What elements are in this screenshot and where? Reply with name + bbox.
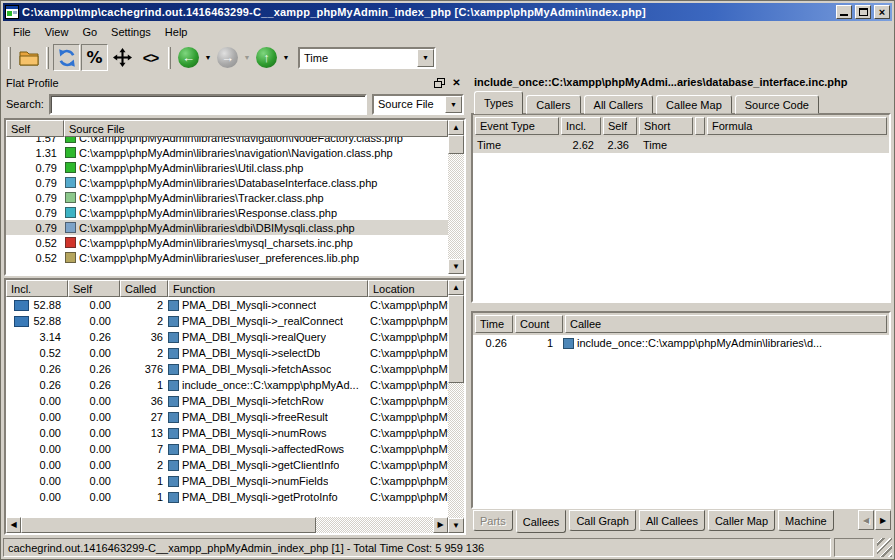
flat-profile-dock: Flat Profile ✕ Search: Source File ▼ [3,74,467,535]
tab-scroll-right-button[interactable]: ▶ [875,510,891,530]
scroll-down-button[interactable]: ▼ [448,259,464,274]
list-item[interactable]: 1.57 C:\xampp\phpMyAdmin\libraries\navig… [6,137,448,145]
back-button[interactable]: ← [175,44,202,71]
callee-row[interactable]: 0.26 1 include_once::C:\xampp\phpMyAdmin… [473,335,889,351]
tab-machine-code[interactable]: Machine [778,510,834,531]
column-header-incl[interactable]: Incl. [6,280,68,297]
table-row[interactable]: 0.00 0.00 7 PMA_DBI_Mysqli->affectedRows… [6,441,448,457]
scrollbar-thumb[interactable] [448,295,464,383]
column-header-event-type[interactable]: Event Type [475,117,559,135]
tab-types[interactable]: Types [474,91,523,114]
scroll-right-button[interactable]: ▶ [433,517,448,533]
forward-button[interactable]: → [214,44,241,71]
table-row[interactable]: 0.00 0.00 36 PMA_DBI_Mysqli->fetchRow C:… [6,393,448,409]
combobox-dropdown-button[interactable]: ▼ [417,49,434,67]
column-header-self[interactable]: Self [6,120,64,137]
tab-all-callees[interactable]: All Callees [639,510,705,531]
column-header-short[interactable]: Short [639,117,693,135]
table-row[interactable]: 0.00 0.00 27 PMA_DBI_Mysqli->freeResult … [6,409,448,425]
tab-callees[interactable]: Callees [516,510,567,533]
search-input[interactable] [49,94,367,115]
tab-call-graph[interactable]: Call Graph [569,510,636,531]
column-header-count[interactable]: Count [515,315,563,333]
scrollbar-thumb[interactable] [21,517,316,533]
close-button[interactable]: × [874,5,890,19]
table-row[interactable]: 0.26 0.26 1 include_once::C:\xampp\phpMy… [6,377,448,393]
menu-help[interactable]: Help [158,23,195,41]
list-item[interactable]: 0.79 C:\xampp\phpMyAdmin\libraries\dbi\D… [6,220,448,235]
list-item[interactable]: 0.79 C:\xampp\phpMyAdmin\libraries\Util.… [6,160,448,175]
back-dropdown-caret[interactable]: ▼ [203,47,213,68]
percent-toggle-button[interactable]: % [81,44,108,71]
column-header-self[interactable]: Self [68,280,120,297]
vertical-scrollbar[interactable]: ▲ ▼ [448,120,464,274]
scrollbar-track[interactable] [448,383,464,518]
menu-go[interactable]: Go [75,23,104,41]
minimize-button[interactable] [836,5,852,19]
event-type-row[interactable]: Time 2.62 2.36 Time [473,137,889,153]
column-header-function[interactable]: Function [168,280,368,297]
table-row[interactable]: 0.26 0.26 376 PMA_DBI_Mysqli->fetchAssoc… [6,361,448,377]
toolbar-handle[interactable] [8,47,11,69]
toolbar-handle[interactable] [46,47,49,69]
table-row[interactable]: 3.14 0.26 36 PMA_DBI_Mysqli->realQuery C… [6,329,448,345]
list-item[interactable]: 0.52 C:\xampp\phpMyAdmin\libraries\mysql… [6,235,448,250]
event-type-combobox[interactable]: Time ▼ [298,47,436,69]
resize-grip[interactable] [877,538,892,557]
combobox-dropdown-button[interactable]: ▼ [445,96,462,113]
window-title: C:\xampp\tmp\cachegrind.out.1416463299-C… [22,6,833,18]
toolbar-handle[interactable] [168,47,171,69]
expand-areas-button[interactable] [109,44,136,71]
table-row[interactable]: 52.88 0.00 2 PMA_DBI_Mysqli->connect C:\… [6,297,448,313]
reload-button[interactable] [53,44,80,71]
group-by-combobox[interactable]: Source File ▼ [372,94,464,115]
chevron-down-icon: ▼ [450,101,457,108]
scroll-up-button[interactable]: ▲ [448,120,464,135]
column-header-source-file[interactable]: Source File [64,120,448,137]
close-dock-button[interactable]: ✕ [449,76,464,89]
column-header-called[interactable]: Called [120,280,168,297]
up-dropdown-caret[interactable]: ▼ [281,47,291,68]
list-item[interactable]: 1.31 C:\xampp\phpMyAdmin\libraries\navig… [6,145,448,160]
column-header-self[interactable]: Self [603,117,637,135]
table-row[interactable]: 0.00 0.00 13 PMA_DBI_Mysqli->numRows C:\… [6,425,448,441]
vertical-scrollbar[interactable]: ▲ ▼ [448,280,464,533]
table-row[interactable]: 52.88 0.00 2 PMA_DBI_Mysqli->_realConnec… [6,313,448,329]
menu-file[interactable]: File [6,23,38,41]
list-item[interactable]: 0.52 C:\xampp\phpMyAdmin\libraries\user_… [6,250,448,265]
search-label: Search: [6,98,44,110]
scroll-up-button[interactable]: ▲ [448,280,464,295]
horizontal-scrollbar[interactable]: ◀ ▶ [6,517,448,533]
pane-splitter[interactable] [471,303,891,311]
scroll-down-button[interactable]: ▼ [448,518,464,533]
cycle-detection-button[interactable]: <> [137,44,164,71]
tab-callers[interactable]: Callers [526,95,580,114]
scrollbar-track[interactable] [316,517,433,533]
maximize-button[interactable] [855,5,871,19]
table-row[interactable]: 0.52 0.00 2 PMA_DBI_Mysqli->selectDb C:\… [6,345,448,361]
column-header-callee[interactable]: Callee [565,315,887,333]
function-icon [168,316,179,327]
tab-caller-map[interactable]: Caller Map [708,510,775,531]
table-row[interactable]: 0.00 0.00 1 PMA_DBI_Mysqli->getProtoInfo… [6,489,448,505]
menu-settings[interactable]: Settings [104,23,158,41]
column-header-location[interactable]: Location [368,280,448,297]
up-button[interactable]: ↑ [253,44,280,71]
scrollbar-thumb[interactable] [448,135,464,154]
tab-source-code[interactable]: Source Code [735,95,819,114]
scrollbar-track[interactable] [448,154,464,259]
table-row[interactable]: 0.00 0.00 1 PMA_DBI_Mysqli->numFields C:… [6,473,448,489]
list-item[interactable]: 0.79 C:\xampp\phpMyAdmin\libraries\Datab… [6,175,448,190]
list-item[interactable]: 0.79 C:\xampp\phpMyAdmin\libraries\Respo… [6,205,448,220]
scroll-left-button[interactable]: ◀ [6,517,21,533]
float-dock-button[interactable] [432,76,447,89]
tab-callee-map[interactable]: Callee Map [656,95,732,114]
column-header-formula[interactable]: Formula [707,117,887,135]
open-file-button[interactable] [15,44,42,71]
list-item[interactable]: 0.79 C:\xampp\phpMyAdmin\libraries\Track… [6,190,448,205]
column-header-time[interactable]: Time [475,315,513,333]
menu-view[interactable]: View [38,23,76,41]
table-row[interactable]: 0.00 0.00 2 PMA_DBI_Mysqli->getClientInf… [6,457,448,473]
column-header-incl[interactable]: Incl. [561,117,601,135]
tab-all-callers[interactable]: All Callers [584,95,654,114]
